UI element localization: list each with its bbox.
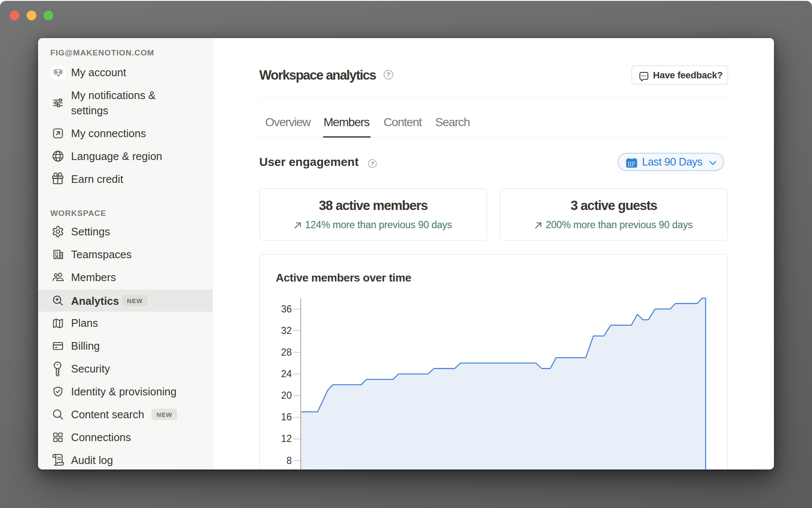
svg-text:12: 12 — [281, 433, 292, 444]
svg-text:32: 32 — [281, 325, 292, 336]
svg-text:20: 20 — [281, 390, 292, 401]
svg-text:24: 24 — [281, 368, 292, 379]
svg-text:8: 8 — [286, 455, 292, 466]
svg-text:28: 28 — [281, 347, 292, 358]
svg-text:36: 36 — [281, 304, 292, 315]
svg-text:16: 16 — [281, 411, 292, 422]
